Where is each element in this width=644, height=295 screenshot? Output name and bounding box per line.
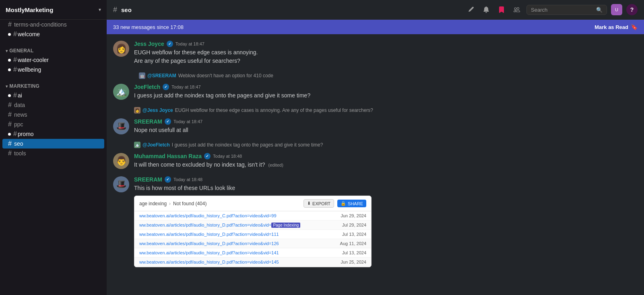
verified-badge-icon — [204, 153, 211, 159]
people-icon[interactable] — [511, 4, 522, 15]
verified-badge-icon — [167, 41, 173, 47]
verified-badge-icon — [163, 84, 169, 90]
message-body: JoeFletch Today at 18:47 I guess just ad… — [134, 84, 638, 100]
sidebar-item-tools[interactable]: # tools — [2, 149, 104, 158]
search-icon: 🔍 — [596, 7, 603, 13]
sidebar-section-general-label[interactable]: ▾ GENERAL — [0, 42, 107, 55]
date-cell: Jul 29, 2024 — [342, 223, 366, 227]
sidebar-item-water-cooler[interactable]: # water-cooler — [2, 55, 104, 65]
table-row: ww.beatoven.ai/articles/pdf/audio_histor… — [134, 211, 371, 221]
workspace-name: MostlyMarketing — [6, 6, 53, 13]
sender-name[interactable]: Muhammad Hassan Raza — [134, 153, 202, 159]
unread-dot — [8, 133, 11, 136]
sidebar-item-data[interactable]: # data — [2, 100, 104, 110]
message-header: Muhammad Hassan Raza Today at 18:48 — [134, 153, 638, 159]
channel-title: seo — [121, 6, 132, 13]
sender-name[interactable]: JoeFletch — [134, 84, 160, 90]
message-line: Are any of the pages useful for searcher… — [134, 58, 240, 64]
not-found-badge: Not found (404) — [173, 201, 206, 206]
section-label-text: MARKETING — [9, 83, 39, 89]
sidebar-channel-label: ppc — [14, 121, 23, 128]
reply-text: EUGH webflow for these edge cases is ann… — [175, 107, 373, 113]
table-row: ww.beatoven.ai/articles/pdf/audio_histor… — [134, 230, 371, 239]
url-cell: ww.beatoven.ai/articles/pdf/audio_histor… — [139, 241, 279, 246]
user-avatar[interactable]: U — [611, 4, 622, 15]
message-group: 🏔️ @JoeFletch I guess just add the noind… — [113, 142, 638, 150]
message-time: Today at 18:47 — [173, 119, 202, 124]
sender-name[interactable]: SREERAM — [134, 176, 162, 183]
reply-avatar: 🤖 — [139, 72, 145, 79]
help-button[interactable]: ? — [626, 4, 638, 15]
unread-dot — [8, 59, 11, 62]
screenshot-header: age indexing › Not found (404) ⬇ EXPORT — [134, 196, 371, 211]
url-cell: ww.beatoven.ai/articles/pdf/audio_histor… — [139, 223, 300, 227]
message-line: I guess just add the noindex tag onto th… — [134, 92, 310, 99]
bell-icon[interactable] — [481, 4, 492, 15]
reply-text: I guess just add the noindex tag onto th… — [172, 142, 323, 148]
reply-mention: @Jess Joyce — [142, 107, 173, 113]
message-group: 👩 @Jess Joyce EUGH webflow for these edg… — [113, 107, 638, 115]
message-text: I guess just add the noindex tag onto th… — [134, 91, 638, 100]
verified-badge-icon — [165, 118, 171, 125]
sender-name[interactable]: SREERAM — [134, 118, 162, 125]
message-line: This is how most of these URLs look like — [134, 185, 235, 191]
url-cell: ww.beatoven.ai/articles/pdf/audio_histor… — [139, 213, 277, 218]
screenshot-card: age indexing › Not found (404) ⬇ EXPORT — [134, 196, 372, 267]
message-header: JoeFletch Today at 18:47 — [134, 84, 638, 90]
sidebar-item-seo[interactable]: # seo — [2, 139, 104, 149]
workspace-header[interactable]: MostlyMarketing ▾ — [0, 0, 107, 20]
sidebar-channel-label: tools — [14, 150, 26, 157]
sender-name[interactable]: Jess Joyce — [134, 41, 164, 47]
avatar[interactable]: 🎩 — [113, 118, 129, 134]
hash-icon: # — [13, 130, 17, 138]
edit-icon[interactable] — [465, 4, 477, 15]
avatar[interactable]: 👨 — [113, 153, 129, 169]
verified-badge-icon — [165, 176, 171, 183]
table-row: ww.beatoven.ai/articles/pdf/audio_histor… — [134, 258, 371, 267]
unread-dot — [8, 68, 11, 71]
hash-icon: # — [8, 111, 12, 118]
banner-text: 33 new messages since 17:08 — [113, 24, 184, 30]
hash-icon: # — [8, 21, 12, 28]
share-button[interactable]: 🔒 SHARE — [337, 200, 366, 207]
message-group: 🤖 @SREERAM Weblow doesn't have an option… — [113, 72, 638, 80]
export-button[interactable]: ⬇ EXPORT — [303, 199, 334, 208]
sidebar-channel-label: seo — [14, 140, 23, 147]
message-time: Today at 18:48 — [173, 177, 202, 182]
reply-mention: @SREERAM — [147, 73, 176, 78]
message-text: Nope not usefull at all — [134, 126, 638, 134]
sidebar-item-ppc[interactable]: # ppc — [2, 120, 104, 129]
export-label: EXPORT — [312, 201, 330, 206]
url-cell: ww.beatoven.ai/articles/pdf/audio_histor… — [139, 250, 279, 255]
sidebar-item-promo[interactable]: # promo — [2, 129, 104, 139]
message-header: SREERAM Today at 18:48 — [134, 176, 638, 183]
message-line: EUGH webflow for these edge cases is ann… — [134, 49, 258, 56]
sidebar-section-marketing: ▾ MARKETING # ai # data # news # ppc — [0, 78, 107, 161]
message-group: 🎩 SREERAM Today at 18:47 Nope not useful… — [113, 118, 638, 134]
section-label-text: GENERAL — [9, 48, 33, 54]
sidebar-item-welcome[interactable]: # welcome — [2, 29, 104, 39]
search-bar[interactable]: Search 🔍 — [526, 5, 607, 15]
mark-as-read-button[interactable]: Mark as Read 🔖 — [594, 24, 638, 30]
message-group: 🎩 SREERAM Today at 18:48 This is how mos… — [113, 176, 638, 267]
sidebar-section-marketing-label[interactable]: ▾ MARKETING — [0, 78, 107, 91]
sidebar-channel-label: wellbeing — [18, 66, 41, 73]
avatar[interactable]: 👩 — [113, 41, 129, 57]
sidebar-item-wellbeing[interactable]: # wellbeing — [2, 65, 104, 74]
avatar[interactable]: 🎩 — [113, 176, 129, 192]
app-container: MostlyMarketing ▾ # terms-and-conditions… — [0, 0, 644, 295]
date-cell: Jun 29, 2024 — [341, 213, 366, 218]
hash-icon: # — [8, 101, 12, 109]
bookmark-icon[interactable] — [496, 4, 507, 15]
sidebar-item-news[interactable]: # news — [2, 110, 104, 120]
topbar-left: # seo — [113, 6, 132, 14]
url-cell: ww.beatoven.ai/articles/pdf/audio_histor… — [139, 232, 279, 237]
hash-icon: # — [8, 140, 12, 147]
breadcrumb-sep: › — [169, 201, 171, 206]
sidebar-item-ai[interactable]: # ai — [2, 91, 104, 100]
avatar[interactable]: 🏔️ — [113, 84, 129, 100]
sidebar-item-terms-and-conditions[interactable]: # terms-and-conditions — [2, 20, 104, 29]
reply-content: 🏔️ @JoeFletch I guess just add the noind… — [134, 142, 638, 148]
breadcrumb-page: age indexing — [139, 201, 167, 206]
unread-dot — [8, 94, 11, 97]
